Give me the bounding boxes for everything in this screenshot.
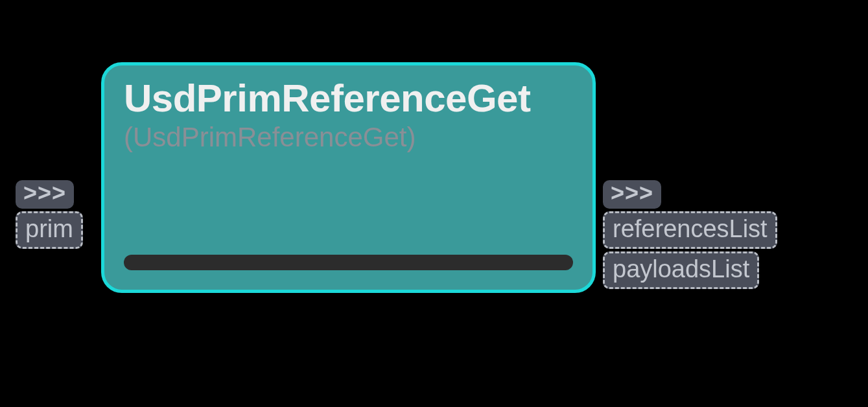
node-title: UsdPrimReferenceGet <box>124 77 573 120</box>
input-port-prim[interactable]: prim <box>16 211 83 249</box>
outputs-column: >>> referencesList payloadsList <box>603 180 777 289</box>
output-port-payloadslist[interactable]: payloadsList <box>603 251 759 289</box>
node-body-bar <box>124 255 573 270</box>
input-exec-port[interactable]: >>> <box>16 180 74 209</box>
output-port-referenceslist[interactable]: referencesList <box>603 211 777 249</box>
node-graph-canvas[interactable]: UsdPrimReferenceGet (UsdPrimReferenceGet… <box>0 0 868 407</box>
output-exec-port[interactable]: >>> <box>603 180 661 209</box>
node-usdprimreferenceget[interactable]: UsdPrimReferenceGet (UsdPrimReferenceGet… <box>101 62 596 293</box>
node-subtitle: (UsdPrimReferenceGet) <box>124 121 573 154</box>
inputs-column: >>> prim <box>16 180 83 249</box>
